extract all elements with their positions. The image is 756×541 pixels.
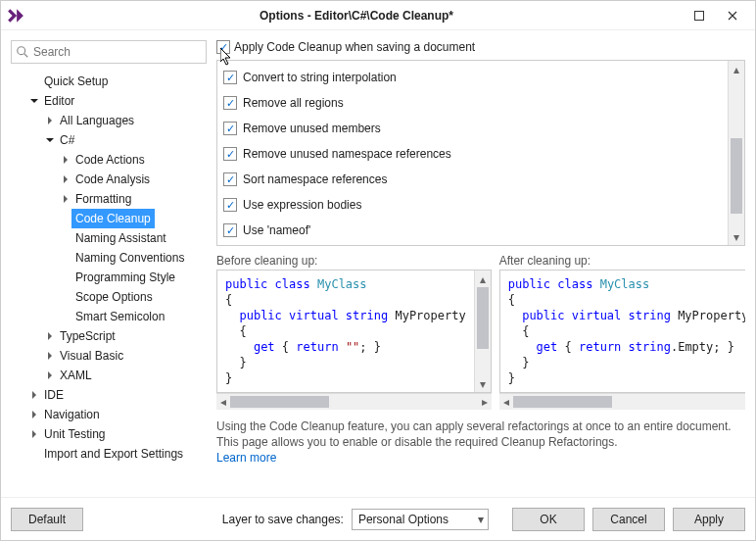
tree-smart-semicolon[interactable]: Smart Semicolon	[11, 307, 207, 326]
expand-arrow-icon[interactable]	[28, 430, 40, 438]
option-checkbox[interactable]	[223, 122, 237, 135]
ok-button[interactable]: OK	[512, 508, 585, 531]
option-checkbox[interactable]	[223, 198, 237, 212]
tree-csharp[interactable]: C#	[11, 130, 207, 150]
options-window: Options - Editor\C#\Code Cleanup* Quick …	[0, 0, 756, 541]
tree-formatting[interactable]: Formatting	[11, 189, 207, 209]
vertical-scrollbar[interactable]: ▴ ▾	[728, 61, 744, 245]
scroll-thumb[interactable]	[731, 138, 742, 214]
cleanup-options-scroll[interactable]: Convert to string interpolationRemove al…	[217, 61, 728, 245]
tree-editor[interactable]: Editor	[11, 91, 207, 111]
body: Quick SetupEditorAll LanguagesC#Code Act…	[1, 30, 755, 497]
apply-on-save-row[interactable]: Apply Code Cleanup when saving a documen…	[216, 40, 745, 60]
expand-arrow-icon[interactable]	[60, 195, 71, 203]
tree-scope-options[interactable]: Scope Options	[11, 287, 207, 307]
maximize-button[interactable]	[683, 5, 716, 26]
tree-naming-conventions[interactable]: Naming Conventions	[11, 248, 207, 268]
before-code: public class MyClass { public virtual st…	[217, 270, 474, 392]
tree-code-analysis[interactable]: Code Analysis	[11, 170, 207, 189]
option-checkbox[interactable]	[223, 223, 237, 237]
tree-visual-basic[interactable]: Visual Basic	[11, 346, 207, 366]
cancel-button[interactable]: Cancel	[592, 508, 665, 531]
apply-on-save-checkbox[interactable]	[216, 40, 230, 54]
expand-arrow-icon[interactable]	[44, 352, 56, 360]
tree-typescript[interactable]: TypeScript	[11, 326, 207, 346]
before-pane: Before cleaning up: public class MyClass…	[216, 254, 492, 411]
option-label: Convert to string interpolation	[243, 71, 397, 84]
search-input[interactable]	[29, 44, 202, 60]
footer: Default Layer to save changes: Personal …	[1, 497, 755, 540]
apply-on-save-label: Apply Code Cleanup when saving a documen…	[234, 40, 475, 54]
after-header: After cleaning up:	[499, 254, 745, 268]
expand-arrow-icon[interactable]	[44, 332, 56, 340]
expand-arrow-icon[interactable]	[60, 175, 71, 183]
tree-label: Naming Conventions	[71, 248, 188, 268]
tree-programming-style[interactable]: Programming Style	[11, 268, 207, 287]
apply-button[interactable]: Apply	[673, 508, 745, 531]
tree-quick-setup[interactable]: Quick Setup	[11, 72, 207, 91]
code-preview-panes: Before cleaning up: public class MyClass…	[216, 254, 745, 411]
desc-line1: Using the Code Cleanup feature, you can …	[216, 419, 732, 433]
desc-line2: This page allows you to enable or disabl…	[216, 435, 618, 449]
expand-arrow-icon[interactable]	[28, 97, 40, 105]
tree-label: Programming Style	[71, 268, 179, 287]
search-box[interactable]	[11, 40, 207, 64]
option-label: Use 'nameof'	[243, 223, 310, 237]
tree-code-actions[interactable]: Code Actions	[11, 150, 207, 170]
tree-label: Code Actions	[71, 150, 149, 170]
cleanup-option[interactable]: Use 'nameof'	[223, 218, 722, 243]
expand-arrow-icon[interactable]	[44, 117, 56, 124]
svg-point-1	[18, 47, 25, 55]
layer-label: Layer to save changes:	[222, 513, 344, 526]
expand-arrow-icon[interactable]	[28, 391, 40, 399]
cleanup-option[interactable]: Use expression bodies	[223, 192, 722, 218]
tree-ide[interactable]: IDE	[11, 385, 207, 405]
tree-label: All Languages	[56, 111, 138, 130]
expand-arrow-icon[interactable]	[60, 156, 71, 164]
tree-xaml[interactable]: XAML	[11, 366, 207, 385]
expand-arrow-icon[interactable]	[44, 371, 56, 379]
tree-label: XAML	[56, 366, 96, 385]
close-button[interactable]	[716, 5, 749, 26]
cleanup-options-list: Convert to string interpolationRemove al…	[216, 60, 745, 246]
scroll-up-button[interactable]: ▴	[729, 61, 744, 77]
tree-label: Import and Export Settings	[40, 444, 187, 464]
tree-label: Scope Options	[71, 287, 157, 307]
option-label: Remove unused members	[243, 122, 381, 135]
cleanup-option[interactable]: Sort namespace references	[223, 167, 722, 192]
tree-label: Formatting	[71, 189, 135, 209]
learn-more-link[interactable]: Learn more	[216, 451, 276, 465]
after-code: public class MyClass { public virtual st…	[500, 270, 745, 392]
cleanup-option[interactable]: Remove unused namespace references	[223, 141, 722, 167]
before-hscroll[interactable]: ◂▸	[216, 393, 492, 410]
after-pane: After cleaning up: public class MyClass …	[499, 254, 745, 411]
tree-code-cleanup[interactable]: Code Cleanup	[11, 209, 207, 228]
tree-label: Navigation	[40, 405, 104, 424]
cleanup-option[interactable]: Convert to string interpolation	[223, 65, 722, 90]
tree-navigation[interactable]: Navigation	[11, 405, 207, 424]
expand-arrow-icon[interactable]	[28, 411, 40, 418]
scroll-track[interactable]	[729, 77, 744, 228]
expand-arrow-icon[interactable]	[44, 136, 56, 144]
before-vscroll[interactable]: ▴ ▾	[474, 270, 491, 392]
default-button[interactable]: Default	[11, 508, 83, 531]
after-hscroll[interactable]: ◂▸	[499, 393, 745, 410]
layer-combo[interactable]: Personal Options ▾	[352, 509, 489, 530]
tree-label: Naming Assistant	[71, 228, 170, 248]
cleanup-option[interactable]: Remove unused members	[223, 116, 722, 141]
tree-all-languages[interactable]: All Languages	[11, 111, 207, 130]
option-checkbox[interactable]	[223, 172, 237, 186]
cleanup-option[interactable]: Remove all regions	[223, 90, 722, 116]
search-icon	[16, 45, 29, 59]
tree-import-export[interactable]: Import and Export Settings	[11, 444, 207, 464]
option-checkbox[interactable]	[223, 96, 237, 110]
tree-unit-testing[interactable]: Unit Testing	[11, 424, 207, 444]
tree-naming-assistant[interactable]: Naming Assistant	[11, 228, 207, 248]
scroll-down-button[interactable]: ▾	[729, 228, 744, 245]
option-checkbox[interactable]	[223, 147, 237, 161]
option-checkbox[interactable]	[223, 71, 237, 84]
layer-value: Personal Options	[358, 513, 449, 526]
app-logo-icon	[7, 7, 24, 25]
options-tree[interactable]: Quick SetupEditorAll LanguagesC#Code Act…	[11, 64, 207, 497]
tree-label: Unit Testing	[40, 424, 109, 444]
